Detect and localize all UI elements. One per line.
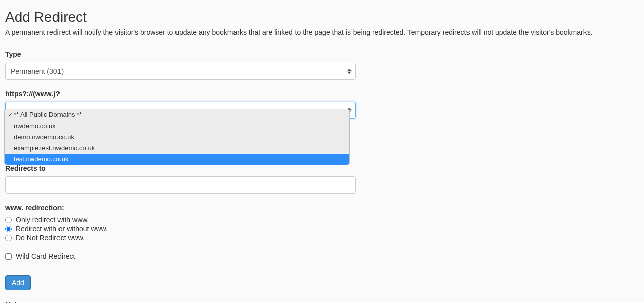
type-select[interactable]: Permanent (301) (5, 63, 356, 80)
domain-option[interactable]: nwdemo.co.uk (5, 120, 349, 132)
www-radio-label[interactable]: Redirect with or without www. (16, 225, 108, 233)
www-radio[interactable] (5, 226, 12, 232)
domain-option-label: nwdemo.co.uk (14, 122, 56, 131)
redirects-to-input[interactable] (5, 176, 356, 194)
check-icon: ✓ (7, 110, 14, 119)
domain-label: https?://(www.)? (5, 90, 639, 98)
add-button[interactable]: Add (5, 275, 31, 290)
www-radio-label[interactable]: Do Not Redirect www. (16, 234, 85, 242)
domain-option[interactable]: ✓** All Public Domains ** (5, 109, 349, 120)
domain-option[interactable]: example.test.nwdemo.co.uk (5, 143, 349, 154)
www-radio[interactable] (5, 235, 12, 241)
www-radio[interactable] (5, 217, 12, 223)
type-select-value: Permanent (301) (11, 67, 64, 75)
domain-dropdown[interactable]: ✓** All Public Domains **nwdemo.co.ukdem… (4, 109, 350, 165)
www-redirection-label: www. redirection: (5, 204, 639, 212)
note-heading: Note: (5, 300, 639, 303)
domain-option-label: test.nwdemo.co.uk (14, 155, 68, 164)
domain-option[interactable]: demo.nwdemo.co.uk (5, 132, 349, 143)
wildcard-checkbox[interactable] (5, 253, 12, 260)
page-description: A permanent redirect will notify the vis… (5, 28, 639, 36)
wildcard-label[interactable]: Wild Card Redirect (16, 252, 75, 260)
domain-option-label: demo.nwdemo.co.uk (14, 133, 74, 142)
redirects-to-label: Redirects to (5, 164, 639, 172)
page-title: Add Redirect (5, 9, 639, 25)
domain-option-label: example.test.nwdemo.co.uk (14, 144, 95, 153)
domain-option-label: ** All Public Domains ** (14, 110, 82, 119)
domain-option[interactable]: test.nwdemo.co.uk (5, 154, 349, 165)
type-label: Type (5, 50, 639, 58)
www-radio-label[interactable]: Only redirect with www. (16, 216, 89, 224)
